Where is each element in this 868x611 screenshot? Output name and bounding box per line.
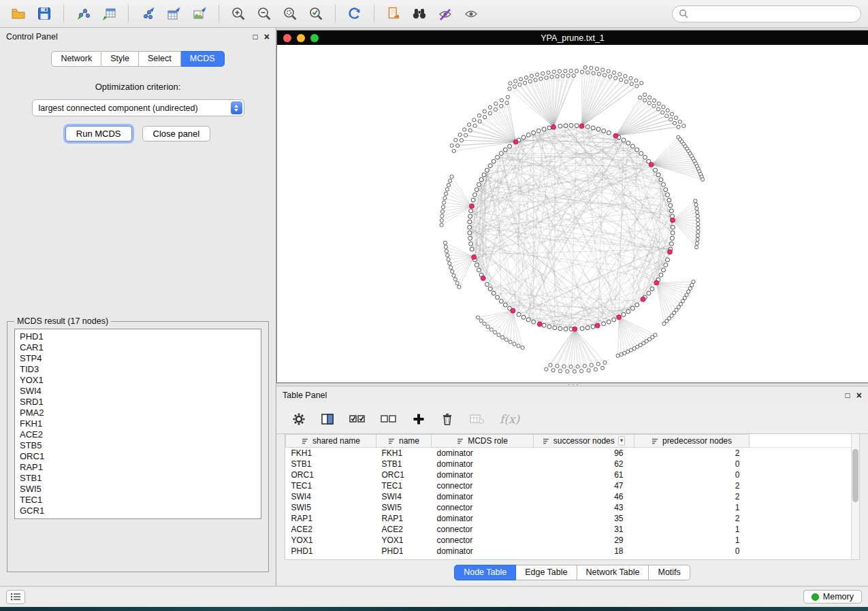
mcds-result-item[interactable]: YOX1 [20, 375, 256, 386]
table-cell: dominator [432, 513, 534, 524]
show-columns-button[interactable] [320, 412, 335, 427]
close-table-panel-icon[interactable]: × [856, 391, 862, 399]
node-table-container[interactable]: shared name name [285, 434, 860, 560]
deselect-all-icon [380, 412, 398, 427]
show-details-button[interactable] [460, 3, 483, 24]
mcds-result-item[interactable]: FKH1 [20, 418, 256, 429]
minimize-window-icon[interactable] [297, 34, 305, 42]
trash-icon [440, 412, 455, 427]
table-row[interactable]: TEC1TEC1connector472 [286, 480, 852, 491]
criterion-dropdown[interactable]: largest connected component (undirected) [32, 99, 244, 116]
toolbar-separator [219, 5, 219, 22]
float-panel-icon[interactable]: □ [253, 33, 258, 41]
table-cell: 2 [634, 513, 750, 524]
close-panel-icon[interactable]: × [264, 33, 270, 41]
column-header-mcds-role[interactable]: MCDS role [432, 435, 534, 448]
zoom-out-button[interactable] [253, 3, 276, 24]
horizontal-splitter[interactable] [276, 383, 868, 386]
maximize-window-icon[interactable] [310, 34, 319, 42]
global-search-field[interactable] [672, 5, 861, 22]
node-table-body: FKH1FKH1dominator962STB1STB1dominator620… [286, 448, 852, 557]
mcds-result-item[interactable]: TEC1 [20, 495, 256, 506]
columns-icon [320, 412, 335, 427]
import-network-button[interactable] [71, 3, 95, 24]
table-cell: 62 [534, 459, 634, 469]
sort-direction-chevron-icon[interactable]: ▾ [618, 436, 626, 446]
zoom-in-button[interactable] [227, 3, 250, 24]
network-canvas[interactable] [277, 45, 868, 382]
table-row[interactable]: PHD1PHD1dominator180 [286, 546, 852, 557]
search-input[interactable] [692, 9, 854, 18]
table-scrollbar-thumb[interactable] [852, 449, 858, 502]
select-all-rows-button[interactable] [349, 412, 366, 427]
export-network-button[interactable] [136, 3, 159, 24]
table-row[interactable]: FKH1FKH1dominator962 [286, 448, 852, 459]
mcds-result-item[interactable]: STP4 [20, 353, 256, 364]
mcds-result-item[interactable]: SWI5 [20, 484, 256, 495]
mcds-result-item[interactable]: TID3 [20, 364, 256, 375]
share-session-button[interactable] [382, 3, 405, 24]
mcds-result-item[interactable]: ACE2 [20, 429, 256, 440]
table-row[interactable]: STB1STB1dominator620 [286, 459, 852, 469]
tab-node-table[interactable]: Node Table [454, 565, 516, 580]
mcds-result-item[interactable]: RAP1 [20, 462, 256, 473]
tab-motifs[interactable]: Motifs [649, 565, 690, 580]
mcds-result-item[interactable]: PMA2 [20, 408, 256, 418]
table-row[interactable]: ORC1ORC1dominator610 [286, 469, 852, 480]
import-table-button[interactable] [97, 3, 120, 24]
deselect-all-rows-button[interactable] [380, 412, 398, 427]
table-row[interactable]: YOX1YOX1connector291 [286, 535, 852, 546]
column-header-shared-name[interactable]: shared name [286, 435, 376, 448]
column-header-predecessor-nodes[interactable]: predecessor nodes [634, 435, 750, 448]
open-session-button[interactable] [7, 3, 30, 24]
tab-mcds[interactable]: MCDS [181, 51, 225, 67]
export-table-button[interactable] [162, 3, 185, 24]
run-mcds-button[interactable]: Run MCDS [65, 126, 132, 142]
table-row[interactable]: ACE2ACE2connector311 [286, 524, 852, 535]
mcds-buttons-row: Run MCDS Close panel [0, 126, 276, 142]
table-scrollbar[interactable] [851, 434, 859, 559]
close-panel-button[interactable]: Close panel [142, 126, 211, 142]
search-network-button[interactable] [408, 3, 431, 24]
tab-edge-table[interactable]: Edge Table [516, 565, 577, 580]
column-header-name[interactable]: name [376, 435, 432, 448]
hide-details-button[interactable] [434, 3, 457, 24]
mcds-result-item[interactable]: ORC1 [20, 451, 256, 462]
create-column-button[interactable] [411, 412, 426, 427]
table-row[interactable]: RAP1RAP1dominator352 [286, 513, 852, 524]
zoom-fit-button[interactable] [278, 3, 302, 24]
export-image-button[interactable] [188, 3, 211, 24]
table-row[interactable]: SWI5SWI5connector431 [286, 502, 852, 513]
table-cell: 18 [534, 546, 634, 557]
mcds-result-item[interactable]: PHD1 [20, 331, 256, 342]
refresh-button[interactable] [343, 3, 366, 24]
mcds-result-item[interactable]: STB1 [20, 473, 256, 484]
delete-column-button[interactable] [440, 412, 455, 427]
save-session-button[interactable] [33, 3, 56, 24]
table-panel: Table Panel □ × [276, 386, 868, 586]
mcds-result-list[interactable]: PHD1CAR1STP4TID3YOX1SWI4SRD1PMA2FKH1ACE2… [14, 329, 261, 519]
float-table-panel-icon[interactable]: □ [846, 391, 850, 399]
table-cell: SWI4 [286, 491, 376, 502]
tab-network[interactable]: Network [51, 51, 101, 67]
zoom-selected-button[interactable] [304, 3, 327, 24]
network-window-titlebar[interactable]: YPA_prune.txt_1 [277, 31, 868, 45]
mcds-result-item[interactable]: SRD1 [20, 397, 256, 408]
table-settings-button[interactable] [291, 412, 306, 427]
tab-style[interactable]: Style [101, 51, 139, 67]
close-window-icon[interactable] [283, 34, 291, 42]
tab-select[interactable]: Select [139, 51, 181, 67]
export-image-icon [191, 5, 208, 22]
table-cell: dominator [432, 546, 534, 557]
mcds-result-item[interactable]: SWI4 [20, 386, 256, 397]
mcds-result-item[interactable]: GCR1 [20, 506, 256, 516]
table-cell: 96 [534, 448, 634, 459]
mcds-result-item[interactable]: STB5 [20, 440, 256, 451]
table-row[interactable]: SWI4SWI4dominator462 [286, 491, 852, 502]
tab-network-table[interactable]: Network Table [577, 565, 649, 580]
mcds-result-item[interactable]: CAR1 [20, 342, 256, 353]
column-header-successor-nodes[interactable]: successor nodes ▾ [534, 435, 634, 448]
memory-button[interactable]: Memory [803, 590, 862, 604]
task-history-button[interactable] [6, 590, 25, 604]
table-cell: RAP1 [286, 513, 376, 524]
